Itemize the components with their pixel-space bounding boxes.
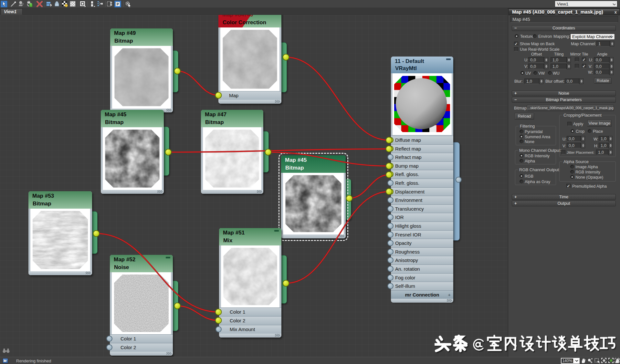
svg-text:P: P <box>117 3 119 6</box>
